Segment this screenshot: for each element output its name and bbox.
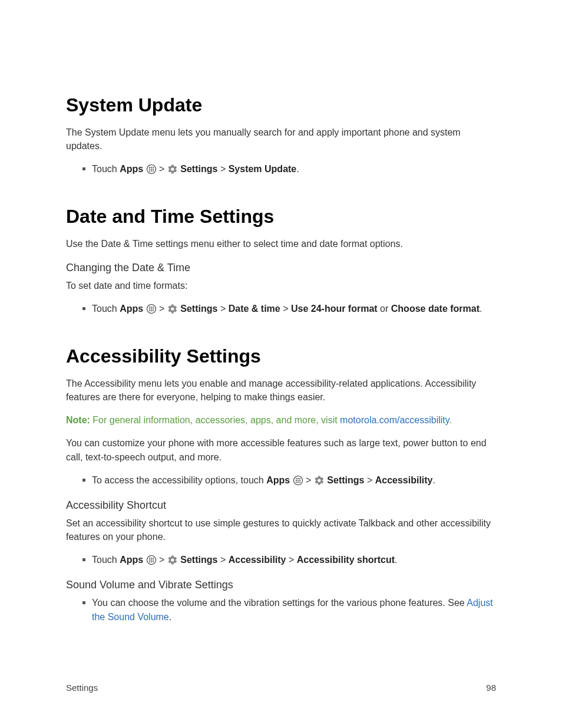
intro-system-update: The System Update menu lets you manually… [66, 126, 496, 153]
note-label: Note: [66, 415, 90, 425]
footer-page-number: 98 [486, 683, 496, 693]
intro-date-time: Use the Date & Time settings menu either… [66, 237, 496, 251]
label-apps: Apps [266, 475, 290, 485]
list-item: Touch Apps > Settings > Date & time > Us… [82, 302, 496, 316]
section-accessibility: Accessibility Settings The Accessibility… [66, 345, 496, 624]
label-settings: Settings [180, 555, 217, 565]
separator: > [159, 164, 164, 174]
note-accessibility: Note: For general information, accessori… [66, 413, 496, 427]
document-page: System Update The System Update menu let… [0, 0, 562, 728]
list-item: Touch Apps > Settings > Accessibility > … [82, 553, 496, 567]
subheading-sound-volume-vibrate: Sound Volume and Vibrate Settings [66, 579, 496, 591]
separator: > [159, 304, 164, 314]
separator: > [306, 475, 311, 485]
label-accessibility: Accessibility [375, 475, 433, 485]
separator: > [289, 555, 294, 565]
text: or [378, 304, 391, 314]
list-item: You can choose the volume and the vibrat… [82, 596, 496, 624]
link-motorola-accessibility[interactable]: motorola.com/accessibility [340, 415, 449, 425]
heading-date-time: Date and Time Settings [66, 206, 496, 228]
settings-icon [167, 164, 178, 174]
label-accessibility-shortcut: Accessibility shortcut [297, 555, 395, 565]
footer-section-name: Settings [66, 683, 98, 693]
text-date-time-formats: To set date and time formats: [66, 279, 496, 292]
subheading-changing-date-time: Changing the Date & Time [66, 262, 496, 274]
separator: > [283, 304, 288, 314]
separator: > [367, 475, 372, 485]
text: . [480, 304, 482, 314]
text: . [296, 164, 299, 174]
intro-accessibility: The Accessibility menu lets you enable a… [66, 377, 496, 404]
text: . [449, 415, 452, 425]
text: Touch [92, 164, 120, 174]
settings-icon [167, 304, 178, 314]
separator: > [220, 164, 226, 174]
separator: > [159, 555, 164, 565]
label-apps: Apps [120, 164, 143, 174]
section-system-update: System Update The System Update menu let… [66, 94, 496, 176]
heading-system-update: System Update [66, 94, 496, 116]
apps-icon [293, 475, 303, 486]
text-customize: You can customize your phone with more a… [66, 436, 496, 463]
subheading-accessibility-shortcut: Accessibility Shortcut [66, 499, 496, 512]
note-text: For general information, accessories, ap… [90, 415, 340, 425]
text: . [395, 555, 397, 565]
separator: > [220, 555, 226, 565]
label-system-update: System Update [229, 164, 297, 174]
text: . [433, 475, 435, 485]
label-choose-date-format: Choose date format [391, 304, 480, 314]
apps-icon [146, 555, 157, 565]
label-settings: Settings [327, 475, 364, 485]
text: To access the accessibility options, tou… [92, 475, 266, 485]
label-24hour: Use 24-hour format [291, 304, 378, 314]
label-accessibility: Accessibility [229, 555, 286, 565]
list-item: Touch Apps > Settings > System Update. [82, 162, 496, 176]
text: You can choose the volume and the vibrat… [92, 598, 467, 608]
label-apps: Apps [120, 555, 143, 565]
settings-icon [314, 475, 325, 486]
text: Touch [92, 304, 120, 314]
apps-icon [146, 304, 157, 314]
label-settings: Settings [180, 304, 217, 314]
separator: > [220, 304, 226, 314]
label-apps: Apps [120, 304, 143, 314]
settings-icon [167, 555, 178, 565]
apps-icon [146, 164, 157, 174]
page-footer: Settings 98 [66, 683, 496, 693]
label-settings: Settings [180, 164, 217, 174]
label-date-time: Date & time [229, 304, 280, 314]
section-date-time: Date and Time Settings Use the Date & Ti… [66, 206, 496, 315]
text: Touch [92, 555, 120, 565]
text-accessibility-shortcut: Set an accessibility shortcut to use sim… [66, 516, 496, 543]
list-item: To access the accessibility options, tou… [82, 473, 496, 487]
heading-accessibility: Accessibility Settings [66, 345, 496, 367]
text: . [169, 612, 171, 622]
